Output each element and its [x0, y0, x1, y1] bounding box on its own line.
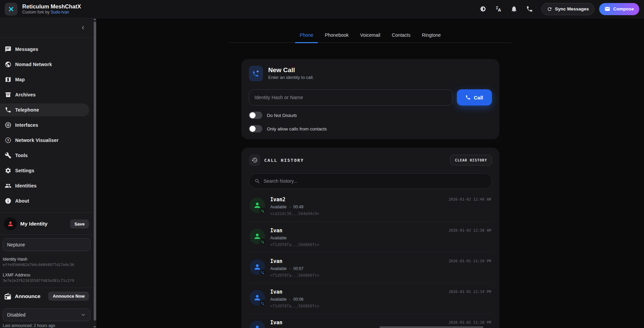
- sidebar-item-label: Settings: [15, 168, 34, 173]
- call-history-row[interactable]: Ivan Available·00:57 <f1d9f8fa...560860f…: [249, 252, 492, 283]
- incoming-call-badge-icon: [260, 269, 266, 276]
- gear-icon: [5, 167, 11, 174]
- phone-header-button[interactable]: [523, 2, 536, 16]
- call-timestamp: 2026-01-02 12:38 AM: [449, 228, 491, 233]
- announce-now-button[interactable]: Announce Now: [48, 292, 89, 301]
- do-not-disturb-toggle[interactable]: [249, 112, 262, 119]
- my-identity-avatar: [4, 217, 17, 230]
- call-timestamp: 2026-01-01 11:18 PM: [449, 320, 491, 325]
- sidebar-item-label: Network Visualiser: [15, 138, 59, 143]
- sidebar-item-telephone[interactable]: Telephone: [0, 103, 89, 116]
- sidebar-item-identities[interactable]: Identities: [0, 179, 89, 192]
- sidebar-item-tools[interactable]: Tools: [0, 149, 89, 162]
- scroll-up-arrow[interactable]: [93, 19, 96, 20]
- history-search-box: [249, 173, 492, 189]
- call-history-row[interactable]: Ivan2 Available·00:49 <ca314c30...504e94…: [249, 191, 492, 221]
- collapse-sidebar-button[interactable]: [80, 25, 86, 30]
- call-history-row[interactable]: Ivan Available·00:06 2026-01-01 11:18 PM: [249, 314, 492, 328]
- sidebar-nav: Messages Nomad Network Map Archives Tele…: [0, 37, 93, 210]
- interfaces-icon: [5, 122, 11, 128]
- sidebar-item-settings[interactable]: Settings: [0, 164, 89, 177]
- caller-status: Available: [270, 205, 287, 209]
- person-icon: [253, 324, 261, 328]
- phone-tabs: Phone Phonebook Voicemail Contacts Ringt…: [96, 18, 644, 42]
- tab-phonebook[interactable]: Phonebook: [325, 32, 349, 42]
- sidebar-item-label: About: [15, 198, 29, 204]
- sidebar-item-label: Identities: [15, 183, 36, 188]
- refresh-icon: [547, 6, 552, 12]
- identity-hash-or-name-input[interactable]: [249, 89, 453, 106]
- call-timestamp: 2026-01-01 11:19 PM: [449, 258, 491, 263]
- sidebar-item-messages[interactable]: Messages: [0, 43, 89, 56]
- chevron-left-icon: [80, 25, 86, 30]
- call-history-row[interactable]: Ivan Available·00:06 <f1d9f8fa...560860f…: [249, 283, 492, 314]
- announce-mode-select[interactable]: Disabled: [3, 308, 90, 321]
- history-search-input[interactable]: [264, 178, 486, 184]
- person-icon: [253, 294, 261, 302]
- lxmf-address-value: 3e7e2e37621635587fb83a381c71c2f9: [3, 278, 90, 283]
- sudo-ivan-link[interactable]: Sudo-Ivan: [51, 10, 69, 14]
- call-duration: 00:57: [293, 266, 303, 271]
- toggle-knob: [250, 126, 256, 132]
- call-history-row[interactable]: Ivan Available <f1d9f8fa...560860fc> 202…: [249, 221, 492, 252]
- call-duration: 00:49: [293, 205, 303, 209]
- clear-history-button[interactable]: CLEAR HISTORY: [450, 155, 492, 166]
- caller-hash: <ca314c30...504e94c9>: [270, 211, 319, 216]
- only-contacts-toggle[interactable]: [249, 125, 262, 132]
- radio-icon: [4, 293, 11, 300]
- call-timestamp: 2026-01-01 11:19 PM: [449, 289, 491, 294]
- sidebar-item-network-visualiser[interactable]: ? Network Visualiser: [0, 134, 89, 147]
- vertical-scrollbar[interactable]: [93, 18, 96, 328]
- tab-contacts[interactable]: Contacts: [392, 32, 410, 42]
- sidebar-item-about[interactable]: About: [0, 195, 89, 207]
- announce-title: Announce: [15, 293, 40, 299]
- caller-hash: <f1d9f8fa...560860fc>: [270, 304, 319, 308]
- wrench-icon: [5, 152, 11, 159]
- person-icon: [253, 201, 261, 209]
- identity-name-input[interactable]: [3, 238, 90, 251]
- scroll-down-arrow[interactable]: [93, 326, 96, 328]
- app-header: Reticulum MeshChatX Custom fork by Sudo-…: [0, 0, 644, 18]
- sidebar-item-label: Interfaces: [15, 122, 38, 128]
- only-contacts-label: Only allow calls from contacts: [267, 126, 327, 131]
- sync-messages-button[interactable]: Sync Messages: [541, 3, 595, 15]
- sidebar-item-interfaces[interactable]: Interfaces: [0, 119, 89, 131]
- sidebar: Messages Nomad Network Map Archives Tele…: [0, 18, 93, 328]
- incoming-call-badge-icon: [260, 300, 266, 306]
- vertical-scrollbar-thumb[interactable]: [94, 22, 96, 321]
- search-icon: [255, 178, 260, 184]
- tab-voicemail[interactable]: Voicemail: [360, 32, 380, 42]
- sidebar-item-label: Archives: [15, 92, 36, 97]
- caller-avatar: [250, 198, 265, 213]
- theme-toggle-icon: [479, 5, 487, 12]
- tab-phone[interactable]: Phone: [300, 32, 313, 42]
- call-timestamp: 2026-01-02 12:40 AM: [449, 197, 491, 202]
- sidebar-item-archives[interactable]: Archives: [0, 88, 89, 101]
- caller-status: Available: [270, 236, 287, 240]
- theme-toggle-button[interactable]: [476, 2, 490, 16]
- phone-plus-icon: [252, 69, 260, 78]
- notifications-button[interactable]: [507, 2, 521, 16]
- app-subtitle: Custom fork by Sudo-Ivan: [22, 10, 81, 15]
- network-visualiser-icon: ?: [5, 137, 11, 144]
- sidebar-item-map[interactable]: Map: [0, 73, 89, 86]
- people-icon: [5, 182, 11, 189]
- caller-name: Ivan: [270, 289, 319, 295]
- svg-text:A: A: [498, 8, 501, 12]
- save-identity-button[interactable]: Save: [70, 219, 89, 229]
- sidebar-item-nomad-network[interactable]: Nomad Network: [0, 58, 89, 71]
- globe-icon: [5, 61, 11, 68]
- meshchatx-x-icon: [7, 5, 15, 13]
- caller-name: Ivan: [270, 258, 319, 264]
- compose-button[interactable]: Compose: [599, 3, 639, 15]
- translate-button[interactable]: x A: [492, 2, 505, 16]
- call-duration: 00:06: [293, 297, 303, 302]
- person-icon: [7, 220, 14, 227]
- call-button[interactable]: Call: [457, 89, 492, 106]
- tab-ringtone[interactable]: Ringtone: [422, 32, 441, 42]
- incoming-call-badge-icon: [260, 239, 266, 245]
- caller-name: Ivan2: [270, 197, 319, 203]
- mail-icon: [605, 6, 610, 12]
- horizontal-scrollbar[interactable]: [380, 326, 483, 328]
- map-icon: [5, 76, 11, 83]
